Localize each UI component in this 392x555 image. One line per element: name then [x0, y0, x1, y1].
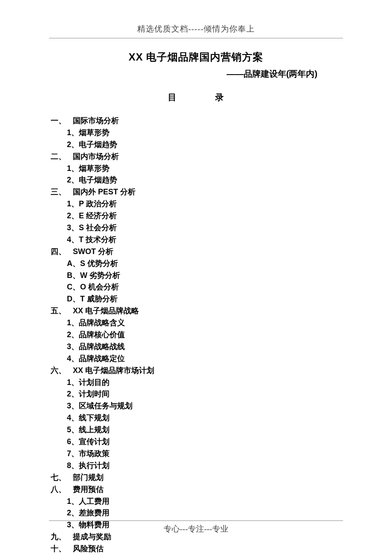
toc-subitem: 7、市场政策: [49, 448, 343, 460]
toc-section: 四、SWOT 分析: [49, 246, 343, 258]
toc-section-title: SWOT 分析: [73, 247, 113, 256]
toc-section: 十、风险预估: [49, 543, 343, 555]
toc-section-title: 国内市场分析: [73, 152, 119, 161]
toc-section-title: XX 电子烟品牌市场计划: [73, 366, 154, 375]
toc-subitem: 2、品牌核心价值: [49, 329, 343, 341]
toc-subitem: 1、烟草形势: [49, 127, 343, 139]
toc-subitem: 3、S 社会分析: [49, 222, 343, 234]
toc-subitem: 1、计划目的: [49, 377, 343, 389]
toc-section: 八、费用预估: [49, 484, 343, 496]
toc-subitem: 5、线上规划: [49, 424, 343, 436]
toc-subitem: 2、计划时间: [49, 388, 343, 400]
toc-section-number: 六、: [51, 365, 73, 377]
toc-section-number: 七、: [51, 472, 73, 484]
footer-text: 专心---专注---专业: [49, 520, 343, 535]
toc-section-number: 十、: [51, 543, 73, 555]
toc-subitem: 3、区域任务与规划: [49, 400, 343, 412]
toc-section-number: 二、: [51, 151, 73, 163]
page-header: 精选优质文档-----倾情为你奉上: [49, 23, 343, 38]
toc-section-number: 一、: [51, 115, 73, 127]
toc-section: 三、国内外 PEST 分析: [49, 186, 343, 198]
toc-section: 五、XX 电子烟品牌战略: [49, 305, 343, 317]
toc-section-title: 费用预估: [73, 485, 104, 494]
toc-subitem: 1、烟草形势: [49, 163, 343, 175]
toc-subitem: C、O 机会分析: [49, 281, 343, 293]
toc-subitem: 1、品牌战略含义: [49, 317, 343, 329]
document-subtitle: ——品牌建设年(两年内): [49, 68, 343, 80]
document-page: 精选优质文档-----倾情为你奉上 XX 电子烟品牌国内营销方案 ——品牌建设年…: [0, 0, 392, 555]
toc-subitem: 8、执行计划: [49, 460, 343, 472]
toc-section: 二、国内市场分析: [49, 151, 343, 163]
toc-heading: 目录: [49, 92, 343, 103]
toc-section-number: 八、: [51, 484, 73, 496]
toc-subitem: 2、E 经济分析: [49, 210, 343, 222]
toc-heading-right: 录: [215, 92, 224, 102]
document-title: XX 电子烟品牌国内营销方案: [49, 50, 343, 64]
toc-section: 七、部门规划: [49, 472, 343, 484]
toc-section-number: 四、: [51, 246, 73, 258]
toc-subitem: D、T 威胁分析: [49, 293, 343, 305]
toc-subitem: 1、P 政治分析: [49, 198, 343, 210]
toc-subitem: B、W 劣势分析: [49, 270, 343, 282]
toc-subitem: 3、品牌战略战线: [49, 341, 343, 353]
table-of-contents: 一、国际市场分析1、烟草形势2、电子烟趋势二、国内市场分析1、烟草形势2、电子烟…: [49, 115, 343, 555]
toc-subitem: 4、T 技术分析: [49, 234, 343, 246]
toc-section-number: 三、: [51, 186, 73, 198]
toc-section: 六、XX 电子烟品牌市场计划: [49, 365, 343, 377]
toc-subitem: 4、线下规划: [49, 412, 343, 424]
toc-subitem: 2、电子烟趋势: [49, 174, 343, 186]
toc-section-title: 风险预估: [73, 544, 104, 553]
toc-subitem: A、S 优势分析: [49, 258, 343, 270]
toc-section: 一、国际市场分析: [49, 115, 343, 127]
toc-subitem: 4、品牌战略定位: [49, 353, 343, 365]
toc-subitem: 1、人工费用: [49, 496, 343, 508]
toc-subitem: 2、差旅费用: [49, 507, 343, 519]
toc-section-title: XX 电子烟品牌战略: [73, 306, 139, 315]
toc-subitem: 6、宣传计划: [49, 436, 343, 448]
toc-section-title: 国际市场分析: [73, 116, 119, 125]
toc-section-number: 五、: [51, 305, 73, 317]
toc-subitem: 2、电子烟趋势: [49, 139, 343, 151]
toc-section-title: 部门规划: [73, 473, 104, 482]
toc-heading-left: 目: [168, 92, 177, 102]
page-footer: 专心---专注---专业: [0, 520, 392, 535]
toc-section-title: 国内外 PEST 分析: [73, 188, 135, 196]
